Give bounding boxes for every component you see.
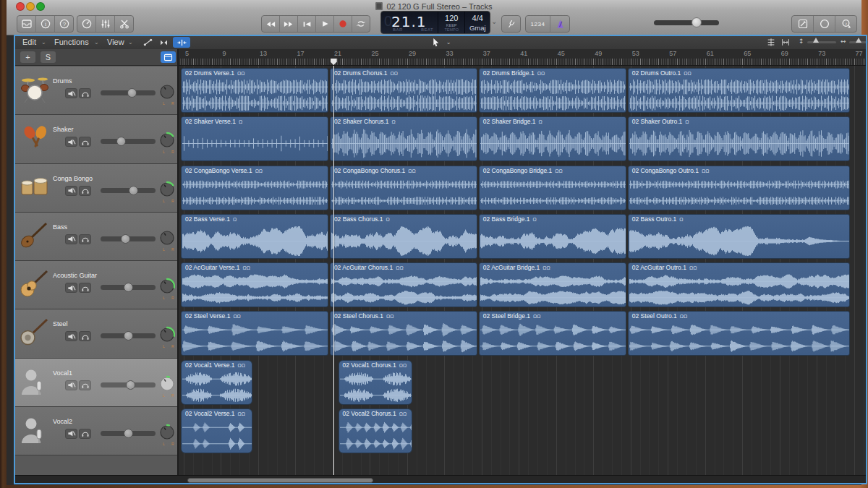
lcd-signature-segment[interactable]: 4/4 Gmaj (465, 12, 490, 33)
smart-controls-icon[interactable] (77, 16, 95, 32)
audio-region[interactable]: 02 Steel Outro.1ΩΩ (628, 311, 850, 356)
audio-region[interactable]: 02 AcGuitar Bridge.1ΩΩ (479, 262, 626, 307)
audio-region[interactable]: 02 Bass Bridge.1Ω (479, 214, 626, 259)
track-volume-slider[interactable] (101, 90, 156, 95)
track-volume-slider[interactable] (101, 285, 156, 290)
audio-region[interactable]: 02 Shaker Bridge.1Ω (479, 116, 626, 161)
edit-menu[interactable]: Edit (22, 38, 36, 46)
track-mute-button[interactable] (65, 186, 77, 196)
catch-playhead-button[interactable] (173, 37, 190, 48)
track-volume-thumb[interactable] (126, 380, 135, 390)
track-volume-thumb[interactable] (124, 283, 133, 292)
track-header-shaker[interactable]: ShakerLR (14, 115, 177, 163)
track-volume-thumb[interactable] (121, 234, 130, 244)
horizontal-scrollbar-thumb[interactable] (187, 478, 373, 483)
quick-help-circle-icon[interactable] (813, 16, 835, 32)
audio-region[interactable]: 02 Shaker Verse.1Ω (181, 116, 328, 161)
add-track-button[interactable]: + (20, 51, 35, 63)
track-mute-button[interactable] (65, 88, 77, 98)
audio-region[interactable]: 02 Vocal1 Verse.1ΩΩ (181, 360, 252, 405)
horizontal-zoom-slider[interactable] (849, 41, 868, 43)
vertical-zoom-thumb[interactable] (813, 38, 819, 43)
audio-region[interactable]: 02 Bass Chorus.1Ω (330, 214, 477, 259)
track-volume-thumb[interactable] (124, 429, 133, 438)
track-volume-slider[interactable] (101, 431, 156, 436)
rewind-button[interactable] (262, 16, 279, 32)
audio-region[interactable]: 02 AcGuitar Verse.1ΩΩ (181, 262, 328, 307)
track-pan-knob[interactable] (158, 423, 176, 442)
track-solo-button[interactable] (79, 137, 91, 147)
track-pan-knob[interactable] (158, 180, 176, 199)
functions-menu[interactable]: Functions (54, 38, 89, 46)
library-icon[interactable] (17, 16, 35, 32)
track-solo-button[interactable] (79, 88, 91, 98)
audio-region[interactable]: 02 Shaker Chorus.1Ω (330, 116, 477, 161)
lcd-chevron-icon[interactable]: ⌄ (491, 17, 497, 25)
automation-icon[interactable] (140, 37, 155, 48)
forward-button[interactable] (279, 16, 297, 32)
view-menu[interactable]: View (107, 38, 124, 46)
track-header-vocal1[interactable]: Vocal1LR (14, 359, 177, 407)
track-header-steel[interactable]: SteelLR (14, 309, 177, 358)
audio-region[interactable]: 02 Vocal2 Chorus.1ΩΩ (339, 408, 413, 453)
lcd-position-segment[interactable]: 0 21.1 BAR BEAT (381, 12, 438, 33)
audio-region[interactable]: 02 Vocal2 Verse.1ΩΩ (181, 408, 252, 453)
lcd-display[interactable]: 0 21.1 BAR BEAT 120 KEEP TEMPO 4/4 Gmaj (380, 11, 490, 34)
audio-region[interactable]: 02 Steel Chorus.1ΩΩ (330, 311, 477, 356)
track-volume-thumb[interactable] (129, 186, 138, 195)
track-solo-button[interactable] (79, 331, 91, 341)
quick-help-icon[interactable]: ? (54, 16, 73, 32)
audio-region[interactable]: 02 CongaBongo Outro.1ΩΩ (628, 166, 850, 210)
track-mute-button[interactable] (65, 283, 77, 293)
track-volume-slider[interactable] (101, 382, 156, 388)
track-mute-button[interactable] (65, 429, 77, 439)
track-solo-button[interactable] (79, 186, 91, 196)
audio-region[interactable]: 02 Steel Verse.1ΩΩ (181, 311, 328, 356)
mixer-icon[interactable] (95, 16, 114, 32)
track-solo-button[interactable] (79, 283, 91, 293)
track-volume-thumb[interactable] (127, 88, 137, 98)
stop-go-to-beginning-button[interactable] (297, 16, 315, 32)
editors-scissors-icon[interactable] (114, 16, 133, 32)
metronome-button[interactable] (550, 16, 569, 32)
master-solo-button[interactable]: S (41, 51, 56, 63)
track-header-vocal2[interactable]: Vocal2LR (14, 407, 177, 455)
track-mute-button[interactable] (65, 234, 77, 244)
horizontal-zoom-thumb[interactable] (856, 38, 861, 43)
track-mute-button[interactable] (65, 380, 77, 390)
track-solo-button[interactable] (79, 429, 91, 439)
track-pan-knob[interactable] (158, 82, 176, 101)
bar-ruler[interactable]: 591317212529333741454953576165697377 (179, 49, 867, 66)
note-pads-icon[interactable] (792, 16, 813, 32)
audio-region[interactable]: 02 Drums Verse.1ΩΩ (181, 68, 328, 113)
pointer-tool-icon[interactable] (430, 37, 441, 48)
audio-region[interactable]: 02 Drums Outro.1ΩΩ (628, 68, 850, 113)
bottom-scrollbar-track[interactable] (14, 475, 867, 484)
audio-region[interactable]: 02 AcGuitar Chorus.1ΩΩ (330, 262, 477, 307)
track-mute-button[interactable] (65, 137, 77, 147)
count-in-button[interactable]: 1234 (526, 16, 550, 32)
audio-region[interactable]: 02 Drums Bridge.1ΩΩ (479, 68, 626, 113)
track-volume-slider[interactable] (101, 333, 156, 338)
audio-region[interactable]: 02 CongaBongo Chorus.1ΩΩ (330, 166, 477, 210)
audio-region[interactable]: 02 Bass Outro.1Ω (628, 214, 850, 259)
track-pan-knob[interactable] (158, 374, 176, 393)
track-volume-slider[interactable] (101, 188, 156, 193)
track-volume-slider[interactable] (101, 236, 156, 241)
vertical-zoom-slider[interactable] (807, 41, 836, 43)
track-solo-button[interactable] (79, 234, 91, 244)
track-solo-button[interactable] (79, 380, 91, 390)
track-pan-knob[interactable] (158, 277, 176, 296)
volume-thumb[interactable] (692, 17, 702, 27)
audio-region[interactable]: 02 Shaker Outro.1Ω (628, 116, 850, 161)
master-volume-slider[interactable] (654, 20, 719, 25)
audio-region[interactable]: 02 CongaBongo Verse.1ΩΩ (181, 166, 328, 210)
lcd-tempo-segment[interactable]: 120 KEEP TEMPO (438, 12, 466, 33)
track-header-drums[interactable]: DrumsLR (14, 67, 177, 115)
track-header-conga-bongo[interactable]: Conga BongoLR (14, 164, 177, 213)
arrange-area[interactable]: 02 Drums Verse.1ΩΩ02 Drums Chorus.1ΩΩ02 … (179, 66, 867, 475)
track-volume-slider[interactable] (101, 139, 156, 144)
audio-region[interactable]: 02 CongaBongo Bridge.1ΩΩ (479, 166, 626, 210)
track-header-acoustic-guitar[interactable]: Acoustic GuitarLR (14, 261, 177, 309)
tuner-button[interactable] (501, 15, 521, 33)
